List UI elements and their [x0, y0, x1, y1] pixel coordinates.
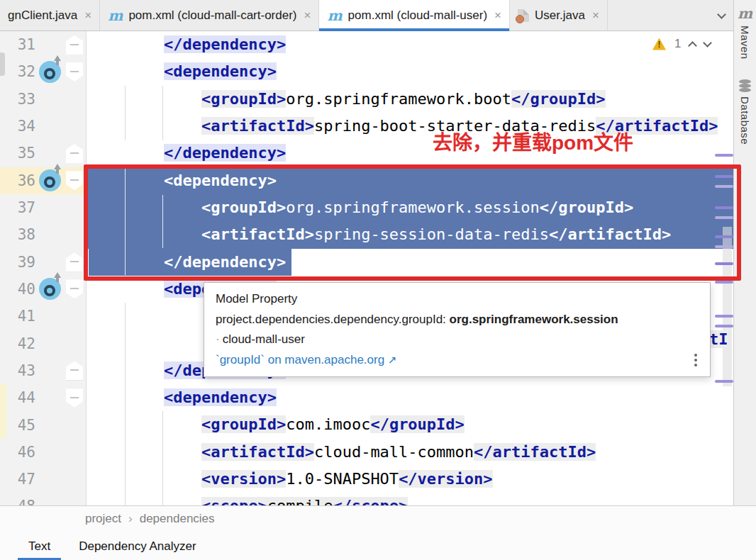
gutter: 41 — [0, 303, 87, 330]
tab-dependency-analyzer[interactable]: Dependency Analyzer — [65, 532, 210, 560]
ide-window: gnClient.java × m pom.xml (cloud-mall-ca… — [0, 0, 756, 560]
tab-gnclient-java[interactable]: gnClient.java × — [0, 0, 100, 30]
warning-count: 1 — [674, 37, 681, 51]
line-number[interactable]: 47 — [0, 471, 35, 488]
popup-module-line: ·cloud-mall-user — [216, 330, 699, 350]
warning-icon — [652, 38, 666, 50]
line-number[interactable]: 39 — [0, 254, 35, 271]
fold-marker[interactable] — [66, 361, 83, 380]
tab-label: pom.xml (cloud-mall-user) — [348, 9, 487, 23]
fold-marker[interactable] — [66, 252, 83, 271]
maven-stripe-icon[interactable]: m — [738, 5, 752, 22]
fold-marker[interactable] — [66, 279, 83, 298]
line-number[interactable]: 43 — [0, 362, 35, 379]
database-icon[interactable] — [739, 79, 751, 93]
line-number[interactable]: 36 — [0, 172, 35, 189]
gutter: 42 — [0, 330, 87, 357]
fold-marker[interactable] — [66, 144, 83, 163]
code-line[interactable]: 31 </dependency> — [0, 31, 733, 58]
code-line[interactable]: 33 <groupId>org.springframework.boot</gr… — [0, 86, 733, 113]
maven-dependency-icon[interactable] — [39, 278, 61, 300]
gutter: 43 — [0, 357, 87, 384]
code-line[interactable]: 48 <scope>compile</scope> — [0, 493, 733, 505]
close-tab-icon[interactable]: × — [84, 9, 91, 23]
gutter: 33 — [0, 86, 87, 113]
gutter-scroll-thumb[interactable] — [0, 52, 5, 76]
tab-user-java[interactable]: User.java × — [510, 0, 608, 30]
line-number[interactable]: 42 — [0, 335, 35, 352]
fold-marker[interactable] — [66, 62, 83, 82]
line-number[interactable]: 48 — [0, 498, 35, 505]
gutter: 38 — [0, 221, 87, 248]
property-value: org.springframework.session — [450, 313, 618, 326]
hidden-tabs-button[interactable] — [710, 0, 733, 30]
external-link-icon: ↗ — [388, 354, 397, 366]
previous-problem-icon[interactable] — [689, 41, 698, 50]
code-line[interactable]: 44 <dependency> — [0, 384, 733, 411]
code-text[interactable]: <dependency> — [87, 58, 733, 85]
code-line[interactable]: 32 <dependency> — [0, 58, 733, 85]
gutter: 47 — [0, 466, 87, 493]
breadcrumb-separator: › — [128, 512, 133, 526]
breadcrumb-project[interactable]: project — [85, 512, 121, 526]
fold-marker[interactable] — [66, 171, 83, 190]
line-number[interactable]: 34 — [0, 118, 35, 135]
code-text[interactable]: <artifactId>cloud-mall-common</artifactI… — [87, 439, 733, 466]
popup-link-line: `groupId` on maven.apache.org ↗ — [216, 350, 699, 371]
gutter: 31 — [0, 31, 87, 58]
line-number[interactable]: 41 — [0, 308, 35, 325]
popup-title: Model Property — [216, 289, 699, 310]
inspections-widget[interactable]: 1 — [652, 37, 711, 51]
code-text[interactable]: <dependency> — [87, 384, 733, 411]
close-tab-icon[interactable]: × — [304, 9, 311, 23]
tab-pom-cloud-mall-cart-order[interactable]: m pom.xml (cloud-mall-cart-order) × — [100, 0, 319, 30]
gutter: 34 — [0, 113, 87, 140]
maven-doc-link[interactable]: `groupId` on maven.apache.org — [216, 353, 384, 366]
close-tab-icon[interactable]: × — [494, 9, 501, 23]
code-line[interactable]: 47 <version>1.0-SNAPSHOT</version> — [0, 466, 733, 493]
line-number[interactable]: 46 — [0, 444, 35, 461]
code-text[interactable]: </dependency> — [87, 140, 733, 167]
tab-text[interactable]: Text — [14, 532, 65, 560]
maven-dependency-icon[interactable] — [39, 169, 61, 191]
line-number[interactable]: 32 — [0, 63, 35, 80]
editor-view-tabs: Text Dependency Analyzer — [14, 532, 211, 560]
gutter: 37 — [0, 194, 87, 221]
maven-dependency-icon[interactable] — [39, 61, 61, 83]
line-number[interactable]: 38 — [0, 226, 35, 243]
gutter: 36 — [0, 167, 87, 194]
line-number[interactable]: 40 — [0, 281, 35, 298]
gutter: 46 — [0, 439, 87, 466]
gutter: 40 — [0, 276, 87, 303]
annotation-note: 去除，并重载pom文件 — [433, 127, 633, 155]
code-text[interactable]: <groupId>com.imooc</groupId> — [87, 411, 733, 438]
next-problem-icon[interactable] — [704, 38, 713, 47]
tab-label: pom.xml (cloud-mall-cart-order) — [128, 9, 296, 23]
line-number[interactable]: 35 — [0, 145, 35, 162]
tool-window-button-database[interactable]: Database — [739, 96, 751, 145]
popup-property-line: project.dependencies.dependency.groupId:… — [216, 310, 699, 330]
code-text[interactable]: </dependency> — [87, 31, 733, 58]
gutter: 44 — [0, 384, 87, 411]
code-line[interactable]: 46 <artifactId>cloud-mall-common</artifa… — [0, 439, 733, 466]
tab-pom-cloud-mall-user[interactable]: m pom.xml (cloud-mall-user) × — [319, 0, 510, 30]
fold-marker[interactable] — [66, 35, 83, 55]
line-number[interactable]: 33 — [0, 91, 35, 108]
kebab-menu-icon[interactable] — [694, 354, 697, 366]
tool-window-button-maven[interactable]: Maven — [739, 26, 751, 60]
code-text[interactable]: <artifactId>spring-boot-starter-data-red… — [87, 113, 733, 140]
code-text[interactable]: <version>1.0-SNAPSHOT</version> — [87, 466, 733, 493]
gutter: 48 — [0, 493, 87, 505]
line-number[interactable]: 31 — [0, 36, 35, 53]
code-text[interactable]: <scope>compile</scope> — [87, 493, 733, 505]
code-line[interactable]: 45 <groupId>com.imooc</groupId> — [0, 411, 733, 438]
gutter: 39 — [0, 249, 87, 276]
code-text[interactable]: <groupId>org.springframework.boot</group… — [87, 86, 733, 113]
editor-tab-bar: gnClient.java × m pom.xml (cloud-mall-ca… — [0, 0, 733, 31]
line-number[interactable]: 37 — [0, 199, 35, 216]
close-tab-icon[interactable]: × — [592, 9, 599, 23]
gutter: 35 — [0, 140, 87, 167]
fold-marker[interactable] — [66, 388, 83, 408]
tab-label: gnClient.java — [8, 9, 77, 23]
breadcrumb-dependencies[interactable]: dependencies — [140, 512, 215, 526]
